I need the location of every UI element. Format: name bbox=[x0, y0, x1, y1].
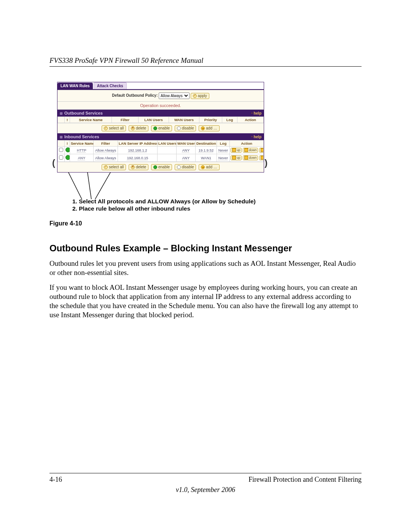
bracket-right-icon: ) bbox=[264, 158, 268, 168]
outbound-button-row: select all delete enable disable add … bbox=[57, 123, 264, 133]
table-row: ANY Allow Always 192.168.0.15 ANY WAN1 N… bbox=[58, 154, 264, 162]
help-icon bbox=[252, 113, 252, 113]
inbound-button-row: select all delete enable disable add … bbox=[57, 162, 264, 172]
down-icon bbox=[244, 148, 248, 152]
apply-button[interactable]: apply bbox=[191, 93, 209, 99]
status-dot-icon bbox=[65, 147, 70, 152]
disable-icon bbox=[177, 165, 181, 169]
collapse-icon[interactable]: ⊞ bbox=[60, 112, 63, 115]
up-icon bbox=[232, 148, 236, 152]
check-icon bbox=[193, 94, 197, 98]
footer-version: v1.0, September 2006 bbox=[49, 486, 362, 494]
select-all-button[interactable]: select all bbox=[102, 164, 126, 170]
status-message: Operation succeeded. bbox=[57, 102, 264, 110]
enable-button[interactable]: enable bbox=[151, 125, 172, 131]
footer-rule bbox=[49, 473, 362, 473]
page-footer: 4-16 Firewall Protection and Content Fil… bbox=[49, 473, 362, 494]
firewall-rules-ui: LAN WAN Rules Attack Checks Default Outb… bbox=[57, 82, 264, 173]
check-icon bbox=[104, 165, 108, 169]
body-paragraph: Outbound rules let you prevent users fro… bbox=[49, 259, 362, 277]
bracket-left-icon: ( bbox=[52, 158, 55, 168]
up-button[interactable]: up bbox=[231, 148, 242, 153]
select-all-button[interactable]: select all bbox=[102, 125, 126, 131]
edit-button[interactable]: edit bbox=[259, 155, 263, 160]
inbound-header-row: ! Service Name Filter LAN Server IP Addr… bbox=[58, 141, 264, 147]
status-dot-icon bbox=[65, 155, 70, 160]
svg-line-0 bbox=[68, 173, 82, 199]
body-paragraph: If you want to block AOL Instant Messeng… bbox=[49, 283, 362, 319]
add-button[interactable]: add … bbox=[199, 164, 219, 170]
delete-button[interactable]: delete bbox=[129, 164, 148, 170]
tab-attack-checks[interactable]: Attack Checks bbox=[94, 82, 127, 89]
running-header: FVS338 ProSafe VPN Firewall 50 Reference… bbox=[49, 56, 362, 65]
up-icon bbox=[232, 156, 236, 160]
section-heading: Outbound Rules Example – Blocking Instan… bbox=[49, 243, 362, 254]
row-checkbox[interactable] bbox=[59, 155, 63, 160]
x-icon bbox=[131, 165, 135, 169]
annotation-arrows bbox=[57, 173, 263, 199]
outbound-header-row: ! Service Name Filter LAN Users WAN User… bbox=[58, 117, 264, 123]
page-number: 4-16 bbox=[49, 476, 62, 484]
outbound-services-header: ⊞Outbound Services help bbox=[57, 110, 264, 117]
svg-line-2 bbox=[95, 173, 110, 199]
footer-section: Firewall Protection and Content Filterin… bbox=[249, 476, 362, 484]
up-button[interactable]: up bbox=[231, 155, 242, 160]
tab-bar: LAN WAN Rules Attack Checks bbox=[57, 82, 264, 90]
enable-button[interactable]: enable bbox=[151, 164, 172, 170]
enable-icon bbox=[153, 126, 157, 130]
row-checkbox[interactable] bbox=[59, 148, 63, 152]
edit-icon bbox=[261, 156, 263, 160]
default-policy-select[interactable]: Allow Always bbox=[159, 93, 190, 99]
x-icon bbox=[131, 126, 135, 130]
add-icon bbox=[201, 126, 205, 130]
disable-button[interactable]: disable bbox=[175, 125, 196, 131]
down-button[interactable]: down bbox=[243, 148, 258, 153]
figure-label: Figure 4-10 bbox=[49, 220, 362, 227]
add-button[interactable]: add … bbox=[199, 125, 219, 131]
header-rule bbox=[49, 66, 362, 67]
tab-lan-wan-rules[interactable]: LAN WAN Rules bbox=[57, 83, 93, 89]
add-icon bbox=[201, 165, 205, 169]
disable-button[interactable]: disable bbox=[175, 164, 196, 170]
enable-icon bbox=[153, 165, 157, 169]
default-policy-label: Default Outbound Policy: bbox=[112, 93, 158, 97]
collapse-icon[interactable]: ⊞ bbox=[60, 135, 63, 139]
edit-button[interactable]: edit bbox=[259, 148, 263, 153]
down-icon bbox=[244, 156, 248, 160]
inbound-table: ! Service Name Filter LAN Server IP Addr… bbox=[57, 140, 264, 162]
inbound-services-header: ⊞Inbound Services help bbox=[57, 133, 264, 140]
outbound-table: ! Service Name Filter LAN Users WAN User… bbox=[57, 117, 264, 123]
help-icon bbox=[252, 136, 252, 137]
down-button[interactable]: down bbox=[243, 155, 258, 160]
disable-icon bbox=[177, 126, 181, 130]
delete-button[interactable]: delete bbox=[129, 125, 148, 131]
help-link[interactable]: help bbox=[252, 135, 261, 139]
table-row: HTTP Allow Always 192.168.1.2 ANY 19.1.9… bbox=[58, 147, 264, 154]
help-link[interactable]: help bbox=[252, 111, 261, 115]
edit-icon bbox=[261, 148, 263, 152]
check-icon bbox=[104, 126, 108, 130]
svg-line-1 bbox=[88, 173, 91, 199]
default-policy-bar: Default Outbound Policy: Allow Always ap… bbox=[57, 90, 264, 102]
